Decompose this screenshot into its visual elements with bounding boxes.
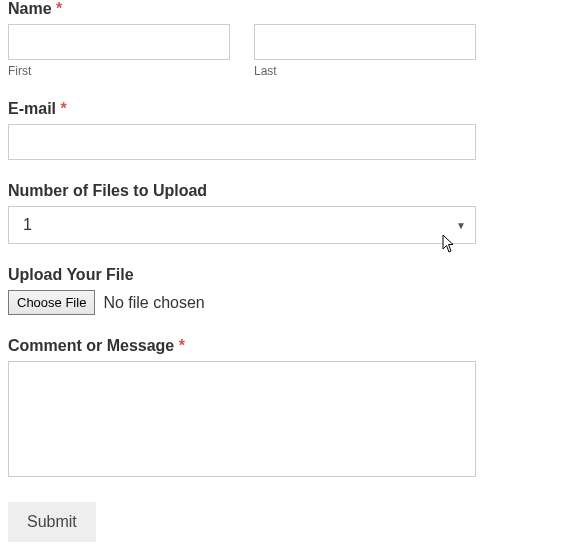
email-input[interactable] xyxy=(8,124,476,160)
name-row: First Last xyxy=(8,24,554,78)
numfiles-group: Number of Files to Upload 1 ▼ xyxy=(8,182,554,244)
email-group: E-mail * xyxy=(8,100,554,160)
numfiles-label: Number of Files to Upload xyxy=(8,182,554,200)
last-name-input[interactable] xyxy=(254,24,476,60)
first-name-input[interactable] xyxy=(8,24,230,60)
file-status: No file chosen xyxy=(103,294,204,312)
name-group: Name * First Last xyxy=(8,0,554,78)
upload-form: Name * First Last E-mail * Number of Fil… xyxy=(0,0,562,548)
submit-button[interactable]: Submit xyxy=(8,502,96,542)
upload-group: Upload Your File Choose File No file cho… xyxy=(8,266,554,315)
choose-file-button[interactable]: Choose File xyxy=(8,290,95,315)
numfiles-selected: 1 xyxy=(23,216,32,233)
numfiles-select[interactable]: 1 ▼ xyxy=(8,206,476,244)
first-name-col: First xyxy=(8,24,230,78)
file-row: Choose File No file chosen xyxy=(8,290,554,315)
name-label-text: Name xyxy=(8,0,52,17)
comment-group: Comment or Message * xyxy=(8,337,554,480)
last-name-sublabel: Last xyxy=(254,64,476,78)
email-label: E-mail * xyxy=(8,100,554,118)
name-label: Name * xyxy=(8,0,554,18)
email-label-text: E-mail xyxy=(8,100,56,117)
required-mark: * xyxy=(60,100,66,117)
submit-group: Submit xyxy=(8,502,554,542)
comment-label-text: Comment or Message xyxy=(8,337,174,354)
last-name-col: Last xyxy=(254,24,476,78)
comment-textarea[interactable] xyxy=(8,361,476,477)
required-mark: * xyxy=(179,337,185,354)
first-name-sublabel: First xyxy=(8,64,230,78)
upload-label: Upload Your File xyxy=(8,266,554,284)
comment-label: Comment or Message * xyxy=(8,337,554,355)
required-mark: * xyxy=(56,0,62,17)
